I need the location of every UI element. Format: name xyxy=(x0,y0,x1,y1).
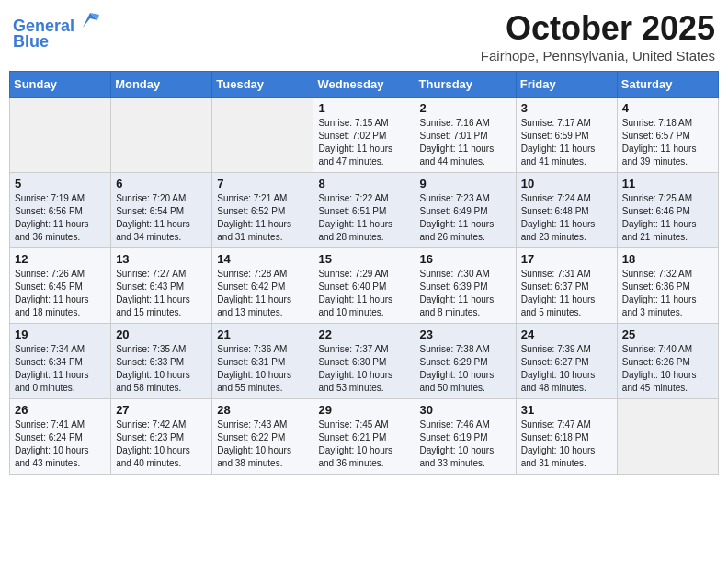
day-number: 5 xyxy=(15,177,106,190)
weekday-header-row: SundayMondayTuesdayWednesdayThursdayFrid… xyxy=(10,72,719,98)
day-number: 1 xyxy=(318,101,409,115)
weekday-header-tuesday: Tuesday xyxy=(212,72,313,98)
calendar-cell: 18Sunrise: 7:32 AMSunset: 6:36 PMDayligh… xyxy=(617,248,718,324)
day-info: Sunrise: 7:41 AMSunset: 6:24 PMDaylight:… xyxy=(15,419,106,470)
calendar-cell: 20Sunrise: 7:35 AMSunset: 6:33 PMDayligh… xyxy=(111,324,212,399)
calendar-cell: 24Sunrise: 7:39 AMSunset: 6:27 PMDayligh… xyxy=(516,324,617,399)
day-info: Sunrise: 7:37 AMSunset: 6:30 PMDaylight:… xyxy=(318,343,409,395)
calendar-cell: 8Sunrise: 7:22 AMSunset: 6:51 PMDaylight… xyxy=(313,173,415,248)
day-info: Sunrise: 7:22 AMSunset: 6:51 PMDaylight:… xyxy=(318,192,409,244)
calendar-cell: 15Sunrise: 7:29 AMSunset: 6:40 PMDayligh… xyxy=(313,248,415,324)
day-number: 13 xyxy=(116,252,207,266)
calendar-cell: 16Sunrise: 7:30 AMSunset: 6:39 PMDayligh… xyxy=(415,248,516,324)
day-info: Sunrise: 7:31 AMSunset: 6:37 PMDaylight:… xyxy=(521,268,612,319)
day-number: 14 xyxy=(217,252,308,266)
calendar-cell: 14Sunrise: 7:28 AMSunset: 6:42 PMDayligh… xyxy=(212,248,313,324)
calendar-cell: 7Sunrise: 7:21 AMSunset: 6:52 PMDaylight… xyxy=(212,173,313,248)
day-info: Sunrise: 7:40 AMSunset: 6:26 PMDaylight:… xyxy=(622,343,713,395)
day-number: 23 xyxy=(420,327,511,341)
weekday-header-saturday: Saturday xyxy=(617,72,718,98)
calendar-cell: 22Sunrise: 7:37 AMSunset: 6:30 PMDayligh… xyxy=(313,324,415,399)
calendar-cell: 6Sunrise: 7:20 AMSunset: 6:54 PMDaylight… xyxy=(111,173,212,248)
calendar-cell: 26Sunrise: 7:41 AMSunset: 6:24 PMDayligh… xyxy=(10,399,111,475)
calendar-week-row: 5Sunrise: 7:19 AMSunset: 6:56 PMDaylight… xyxy=(10,173,719,248)
day-info: Sunrise: 7:26 AMSunset: 6:45 PMDaylight:… xyxy=(15,268,106,319)
day-number: 22 xyxy=(318,327,409,341)
calendar-cell: 31Sunrise: 7:47 AMSunset: 6:18 PMDayligh… xyxy=(516,399,617,475)
title-block: October 2025 Fairhope, Pennsylvania, Uni… xyxy=(481,9,715,63)
calendar-week-row: 19Sunrise: 7:34 AMSunset: 6:34 PMDayligh… xyxy=(10,324,719,399)
calendar-cell: 3Sunrise: 7:17 AMSunset: 6:59 PMDaylight… xyxy=(516,98,617,173)
day-info: Sunrise: 7:19 AMSunset: 6:56 PMDaylight:… xyxy=(15,192,106,244)
weekday-header-friday: Friday xyxy=(516,72,617,98)
day-number: 27 xyxy=(116,403,207,417)
day-number: 20 xyxy=(116,327,207,341)
calendar-cell: 19Sunrise: 7:34 AMSunset: 6:34 PMDayligh… xyxy=(10,324,111,399)
day-number: 9 xyxy=(420,177,511,190)
calendar-cell xyxy=(212,98,313,173)
day-number: 10 xyxy=(521,177,612,190)
day-number: 21 xyxy=(217,327,308,341)
calendar-cell: 29Sunrise: 7:45 AMSunset: 6:21 PMDayligh… xyxy=(313,399,415,475)
day-number: 30 xyxy=(420,403,511,417)
calendar-cell: 28Sunrise: 7:43 AMSunset: 6:22 PMDayligh… xyxy=(212,399,313,475)
day-info: Sunrise: 7:20 AMSunset: 6:54 PMDaylight:… xyxy=(116,192,207,244)
weekday-header-wednesday: Wednesday xyxy=(313,72,415,98)
logo-bird-icon xyxy=(81,9,99,31)
calendar-table: SundayMondayTuesdayWednesdayThursdayFrid… xyxy=(9,71,719,475)
weekday-header-thursday: Thursday xyxy=(415,72,516,98)
calendar-cell: 4Sunrise: 7:18 AMSunset: 6:57 PMDaylight… xyxy=(617,98,718,173)
day-info: Sunrise: 7:27 AMSunset: 6:43 PMDaylight:… xyxy=(116,268,207,319)
day-number: 25 xyxy=(622,327,713,341)
day-number: 12 xyxy=(15,252,106,266)
day-number: 31 xyxy=(521,403,612,417)
calendar-cell: 11Sunrise: 7:25 AMSunset: 6:46 PMDayligh… xyxy=(617,173,718,248)
day-number: 6 xyxy=(116,177,207,190)
calendar-cell: 13Sunrise: 7:27 AMSunset: 6:43 PMDayligh… xyxy=(111,248,212,324)
day-info: Sunrise: 7:17 AMSunset: 6:59 PMDaylight:… xyxy=(521,117,612,168)
day-number: 16 xyxy=(420,252,511,266)
day-info: Sunrise: 7:30 AMSunset: 6:39 PMDaylight:… xyxy=(420,268,511,319)
location: Fairhope, Pennsylvania, United States xyxy=(481,48,715,63)
page-header: General Blue October 2025 Fairhope, Penn… xyxy=(9,9,719,63)
day-info: Sunrise: 7:15 AMSunset: 7:02 PMDaylight:… xyxy=(318,117,409,168)
day-number: 28 xyxy=(217,403,308,417)
day-info: Sunrise: 7:46 AMSunset: 6:19 PMDaylight:… xyxy=(420,419,511,470)
weekday-header-sunday: Sunday xyxy=(10,72,111,98)
calendar-cell xyxy=(10,98,111,173)
day-number: 29 xyxy=(318,403,409,417)
day-info: Sunrise: 7:36 AMSunset: 6:31 PMDaylight:… xyxy=(217,343,308,395)
day-info: Sunrise: 7:28 AMSunset: 6:42 PMDaylight:… xyxy=(217,268,308,319)
weekday-header-monday: Monday xyxy=(111,72,212,98)
day-info: Sunrise: 7:39 AMSunset: 6:27 PMDaylight:… xyxy=(521,343,612,395)
calendar-week-row: 26Sunrise: 7:41 AMSunset: 6:24 PMDayligh… xyxy=(10,399,719,475)
day-number: 17 xyxy=(521,252,612,266)
day-number: 8 xyxy=(318,177,409,190)
calendar-cell: 21Sunrise: 7:36 AMSunset: 6:31 PMDayligh… xyxy=(212,324,313,399)
calendar-cell: 1Sunrise: 7:15 AMSunset: 7:02 PMDaylight… xyxy=(313,98,415,173)
day-number: 7 xyxy=(217,177,308,190)
day-info: Sunrise: 7:18 AMSunset: 6:57 PMDaylight:… xyxy=(622,117,713,168)
day-number: 11 xyxy=(622,177,713,190)
day-info: Sunrise: 7:25 AMSunset: 6:46 PMDaylight:… xyxy=(622,192,713,244)
calendar-cell xyxy=(617,399,718,475)
day-info: Sunrise: 7:42 AMSunset: 6:23 PMDaylight:… xyxy=(116,419,207,470)
day-number: 3 xyxy=(521,101,612,115)
calendar-cell: 23Sunrise: 7:38 AMSunset: 6:29 PMDayligh… xyxy=(415,324,516,399)
day-info: Sunrise: 7:34 AMSunset: 6:34 PMDaylight:… xyxy=(15,343,106,395)
day-number: 26 xyxy=(15,403,106,417)
calendar-cell: 27Sunrise: 7:42 AMSunset: 6:23 PMDayligh… xyxy=(111,399,212,475)
day-info: Sunrise: 7:47 AMSunset: 6:18 PMDaylight:… xyxy=(521,419,612,470)
day-info: Sunrise: 7:45 AMSunset: 6:21 PMDaylight:… xyxy=(318,419,409,470)
calendar-cell: 17Sunrise: 7:31 AMSunset: 6:37 PMDayligh… xyxy=(516,248,617,324)
day-number: 2 xyxy=(420,101,511,115)
calendar-cell: 30Sunrise: 7:46 AMSunset: 6:19 PMDayligh… xyxy=(415,399,516,475)
day-number: 4 xyxy=(622,101,713,115)
day-info: Sunrise: 7:43 AMSunset: 6:22 PMDaylight:… xyxy=(217,419,308,470)
day-number: 24 xyxy=(521,327,612,341)
day-info: Sunrise: 7:29 AMSunset: 6:40 PMDaylight:… xyxy=(318,268,409,319)
day-number: 18 xyxy=(622,252,713,266)
calendar-cell xyxy=(111,98,212,173)
day-info: Sunrise: 7:32 AMSunset: 6:36 PMDaylight:… xyxy=(622,268,713,319)
day-info: Sunrise: 7:21 AMSunset: 6:52 PMDaylight:… xyxy=(217,192,308,244)
